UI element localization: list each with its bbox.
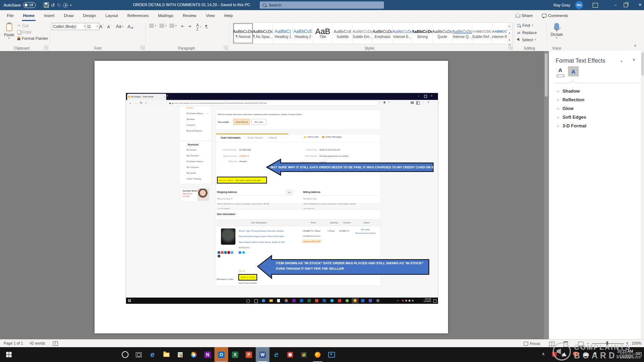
url-bar[interactable]: https://dg.dhgate.com/buyerordering/orde… — [167, 101, 379, 106]
shot-restore-icon[interactable] — [424, 95, 427, 98]
touch-mode-icon[interactable]: ✛ — [63, 3, 68, 8]
embedded-word-icon[interactable] — [323, 299, 326, 302]
font-name-select[interactable]: Calibri (Body)▾ — [52, 23, 87, 30]
document-scrollbar[interactable] — [544, 51, 548, 339]
embedded-explorer-icon[interactable] — [269, 299, 273, 302]
style-quote[interactable]: AaBbCcDcQuote — [432, 23, 452, 43]
tab-home[interactable]: Home — [18, 10, 39, 21]
save-icon[interactable] — [44, 3, 49, 8]
find-button[interactable]: Find▾ — [517, 23, 533, 28]
linkedin-icon[interactable] — [224, 251, 227, 254]
taskbar-onenote[interactable]: N — [201, 347, 214, 362]
customer-service-card[interactable]: Customer Service Click here for Live Hel… — [181, 188, 210, 202]
view-product-detail-link[interactable]: View Product Detail — [238, 282, 256, 284]
sidebar-item-orders[interactable]: Orders — [187, 107, 193, 109]
tray-app-icon[interactable] — [552, 352, 557, 357]
collapse-ribbon-icon[interactable]: ∧ — [634, 43, 636, 47]
action-center-icon[interactable] — [636, 352, 641, 357]
live-help-line2[interactable]: Live Help — [183, 195, 189, 197]
styles-gallery-more-icon[interactable]: ▼▔ — [507, 37, 512, 44]
tab-file[interactable]: File — [2, 10, 18, 21]
embedded-outlook-icon[interactable] — [300, 299, 303, 302]
sidebar-toggle-icon[interactable] — [416, 101, 420, 105]
sort-icon[interactable]: AZ↓ — [196, 23, 199, 31]
text-fill-outline-button[interactable]: A — [556, 67, 565, 76]
restore-button[interactable] — [624, 3, 628, 7]
menu-icon[interactable]: ≡ — [428, 101, 430, 104]
tumblr-icon[interactable] — [218, 255, 220, 257]
panel-close-icon[interactable]: × — [632, 57, 635, 63]
taskbar-excel[interactable]: X — [228, 347, 242, 362]
close-button[interactable]: × — [636, 1, 644, 9]
taskbar-edge[interactable]: e — [146, 347, 159, 362]
embedded-screenshot[interactable]: My Dhgate - Order Detail × + – × ← → ↻ ⌂… — [126, 93, 438, 304]
browser-tab[interactable]: My Dhgate - Order Detail × — [127, 94, 166, 100]
task-view-button[interactable] — [132, 347, 146, 362]
word-count[interactable]: 42 words — [30, 341, 45, 345]
tab-references[interactable]: References — [122, 10, 153, 21]
page-actions-icon[interactable]: ⋯ — [378, 101, 381, 104]
sidebar-item-my-profile[interactable]: My profile — [187, 172, 196, 174]
undo-icon[interactable]: ↺ — [51, 3, 55, 8]
taskbar-firefox[interactable] — [311, 347, 325, 362]
embedded-cortana-icon[interactable] — [246, 299, 250, 303]
tab-order-information[interactable]: Order Information — [221, 136, 241, 139]
embedded-edge-icon[interactable] — [262, 299, 265, 302]
panel-dropdown-icon[interactable]: ▾ — [621, 60, 622, 63]
tab-draw[interactable]: Draw — [59, 10, 78, 21]
reload-icon[interactable]: ↻ — [140, 101, 143, 105]
messenger-icon[interactable] — [239, 251, 241, 254]
bookmark-star-icon[interactable]: ☆ — [388, 101, 390, 104]
style-heading2[interactable]: AaBbCcEHeading 2 — [293, 23, 313, 43]
tab-layout[interactable]: Layout — [101, 10, 123, 21]
embedded-onenote-icon[interactable] — [292, 299, 296, 302]
embedded-mail-icon[interactable] — [338, 299, 341, 302]
taskbar-ie[interactable]: e — [269, 347, 283, 362]
tab-mailings[interactable]: Mailings — [153, 10, 178, 21]
qat-customize-icon[interactable]: ▾ — [70, 4, 71, 7]
new-tab-icon[interactable]: + — [167, 94, 168, 98]
style-subtle-emphasis[interactable]: AaBbCcDcSubtle Em... — [353, 23, 373, 43]
ribbon-display-options-icon[interactable]: ˆ — [593, 3, 598, 8]
print-layout-icon[interactable] — [564, 341, 568, 347]
panel-scrollbar-thumb[interactable] — [641, 52, 644, 76]
bullets-button[interactable]: ▾ — [149, 24, 156, 28]
twitter-icon[interactable] — [231, 251, 233, 254]
view-refund-button[interactable]: View Refund — [233, 119, 250, 125]
taskbar-chrome[interactable] — [187, 347, 201, 362]
section-soft-edges[interactable]: ▷Soft Edges — [557, 115, 586, 120]
sidebar-item-order-tracking[interactable]: Order Tracking — [187, 178, 201, 180]
sidebar-item-purchase-history2[interactable]: Purchase History — [187, 160, 203, 163]
embedded-action-center-icon[interactable] — [433, 299, 436, 303]
taskbar-capture[interactable] — [325, 347, 338, 362]
numbering-button[interactable]: ▾ — [159, 24, 167, 28]
reorder-link[interactable]: Re-order — [355, 228, 376, 231]
grow-font-icon[interactable]: Aˆ — [99, 24, 103, 29]
tab-view[interactable]: View — [201, 10, 219, 21]
tray-chevron-icon[interactable]: ∧ — [542, 352, 545, 356]
section-shadow[interactable]: ▷Shadow — [557, 89, 580, 94]
order-messages-link[interactable]: Order Messages — [322, 136, 342, 138]
tab-review[interactable]: Review — [178, 10, 201, 21]
embedded-taskview-icon[interactable] — [254, 299, 258, 303]
pocket-shield-icon[interactable] — [384, 101, 385, 104]
copy-button[interactable]: Copy — [17, 30, 32, 34]
paragraph-dialog-launcher-icon[interactable]: ↘ — [224, 46, 228, 50]
callout-payment-arrow[interactable]: NOT SURE WHY IT STILL SAYS ORDER NEEDS T… — [266, 158, 434, 176]
sidebar-item-my-orders[interactable]: My Orders — [187, 149, 197, 151]
notification-badge-icon[interactable]: 1 — [573, 352, 578, 357]
shot-minimize-icon[interactable]: – — [418, 94, 419, 97]
tab-order-finance[interactable]: Order Finance — [248, 136, 263, 139]
library-icon[interactable] — [411, 101, 414, 104]
embedded-chrome-icon[interactable] — [285, 299, 288, 302]
font-dialog-launcher-icon[interactable]: ↘ — [141, 46, 145, 50]
taskbar-store[interactable] — [173, 347, 187, 362]
style-heading1[interactable]: AaBbC(Heading 1 — [273, 23, 293, 43]
edit-address-button[interactable]: Edit — [286, 190, 293, 194]
document-scrollbar-thumb[interactable] — [545, 53, 548, 97]
shot-close-icon[interactable]: × — [431, 94, 432, 97]
shrink-font-icon[interactable]: Aˇ — [107, 25, 111, 29]
document-canvas[interactable]: My Dhgate - Order Detail × + – × ← → ↻ ⌂… — [0, 51, 549, 339]
embedded-firefox-icon[interactable] — [354, 299, 357, 302]
clipboard-dialog-launcher-icon[interactable]: ↘ — [44, 46, 48, 50]
